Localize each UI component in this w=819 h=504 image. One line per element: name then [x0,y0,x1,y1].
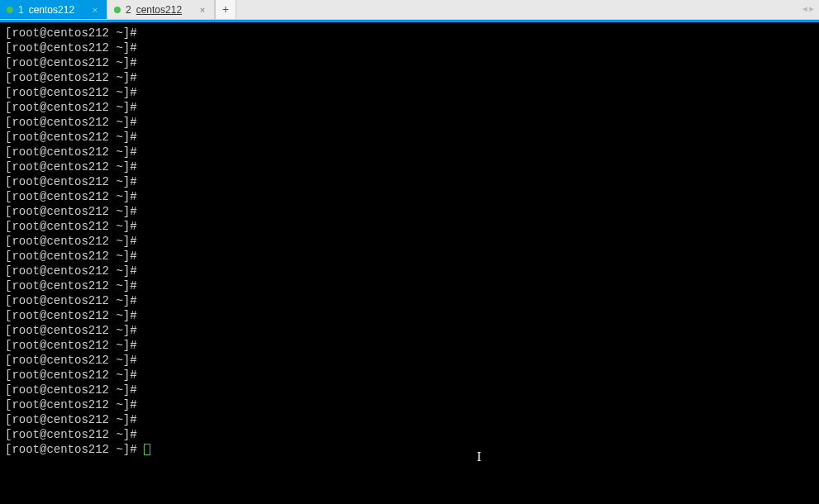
tab-index: 2 [126,4,131,16]
prompt-line: [root@centos212 ~]# [5,115,814,130]
prompt-line: [root@centos212 ~]# [5,368,814,383]
prompt-line: [root@centos212 ~]# [5,204,814,219]
prompt-line: [root@centos212 ~]# [5,40,814,55]
prompt-line: [root@centos212 ~]# [5,70,814,85]
prompt-line: [root@centos212 ~]# [5,397,814,412]
terminal-pane[interactable]: [root@centos212 ~]# [root@centos212 ~]# … [0,22,819,504]
tab-nav-left-icon[interactable]: ◄ [802,5,807,14]
prompt-line: [root@centos212 ~]# [5,100,814,115]
prompt-line: [root@centos212 ~]# [5,130,814,145]
prompt-line: [root@centos212 ~]# [5,85,814,100]
prompt-line: [root@centos212 ~]# [5,308,814,323]
prompt-line: [root@centos212 ~]# [5,442,814,457]
prompt-line: [root@centos212 ~]# [5,159,814,174]
prompt-line: [root@centos212 ~]# [5,249,814,264]
prompt-line: [root@centos212 ~]# [5,234,814,249]
prompt-line: [root@centos212 ~]# [5,145,814,159]
status-dot-icon [114,7,121,13]
prompt-line: [root@centos212 ~]# [5,264,814,278]
tab-1[interactable]: 1 centos212 × [0,0,107,19]
tab-bar: 1 centos212 × 2 centos212 × + ◄ ► [0,0,819,20]
prompt-line: [root@centos212 ~]# [5,219,814,234]
prompt-line: [root@centos212 ~]# [5,189,814,204]
close-icon[interactable]: × [198,5,207,15]
prompt-line: [root@centos212 ~]# [5,353,814,368]
status-dot-icon [7,7,13,13]
prompt-line: [root@centos212 ~]# [5,293,814,308]
prompt-line: [root@centos212 ~]# [5,26,814,40]
tab-2[interactable]: 2 centos212 × [107,0,215,19]
tab-nav-arrows: ◄ ► [802,0,819,19]
tab-label: centos212 [136,4,182,16]
close-icon[interactable]: × [90,5,100,15]
prompt-line: [root@centos212 ~]# [5,174,814,189]
prompt-line: [root@centos212 ~]# [5,427,814,442]
prompt-line: [root@centos212 ~]# [5,323,814,338]
prompt-line: [root@centos212 ~]# [5,338,814,353]
prompt-line: [root@centos212 ~]# [5,278,814,293]
prompt-line: [root@centos212 ~]# [5,55,814,70]
prompt-line: [root@centos212 ~]# [5,412,814,427]
tab-index: 1 [18,4,24,16]
tab-label: centos212 [29,4,74,16]
tab-nav-right-icon[interactable]: ► [809,5,814,14]
new-tab-button[interactable]: + [215,0,236,19]
prompt-line: [root@centos212 ~]# [5,383,814,397]
terminal-cursor [144,444,150,455]
